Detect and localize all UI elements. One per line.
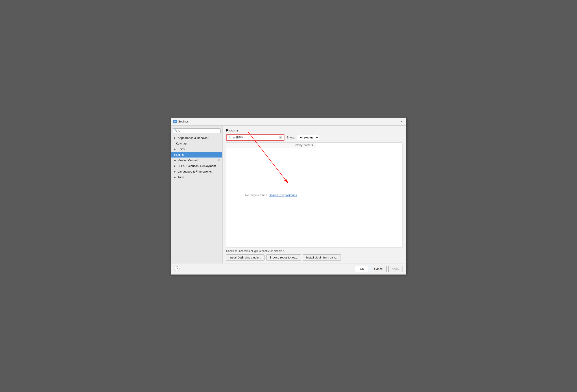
show-label: Show:: [287, 136, 295, 139]
cancel-button[interactable]: Cancel: [371, 266, 387, 272]
sidebar-item-appearance-behavior[interactable]: ▶ Appearance & Behavior: [171, 135, 222, 141]
plugin-search-icon: 🔍: [228, 136, 231, 139]
sort-dropdown-icon[interactable]: ▼: [311, 143, 314, 147]
plugins-list-area: Sort by: name ▼ No plugins found. Search…: [226, 143, 402, 248]
sidebar-item-label: Version Control: [178, 159, 198, 162]
sidebar-item-label: Languages & Frameworks: [178, 170, 212, 173]
sidebar-search-icon: 🔍: [174, 129, 178, 132]
plugins-title: Plugins: [226, 128, 402, 132]
sidebar-item-label: Appearance & Behavior: [178, 136, 208, 140]
main-content: Plugins 🔍 ✕ Show: All plugins Enabled Di…: [222, 126, 406, 263]
sidebar-item-build-execution[interactable]: ▶ Build, Execution, Deployment: [171, 163, 222, 169]
chevron-right-icon: ▶: [174, 176, 176, 178]
sidebar-item-keymap[interactable]: Keymap: [171, 141, 222, 146]
sidebar-item-languages-frameworks[interactable]: ▶ Languages & Frameworks: [171, 169, 222, 174]
sidebar-item-tools[interactable]: ▶ Tools: [171, 174, 222, 180]
chevron-right-icon: ▶: [174, 148, 176, 150]
sidebar-item-label: Keymap: [176, 142, 187, 145]
plugin-search-box[interactable]: 🔍 ✕: [226, 134, 285, 141]
plugin-search-input[interactable]: [232, 136, 273, 139]
ok-button[interactable]: OK: [355, 266, 369, 272]
dialog-title: Settings: [178, 120, 189, 123]
sidebar-item-plugins[interactable]: Plugins: [171, 152, 222, 157]
plugins-list: Sort by: name ▼ No plugins found. Search…: [226, 143, 316, 248]
no-plugins-text: No plugins found.: [245, 193, 268, 197]
close-button[interactable]: ×: [399, 119, 404, 124]
sidebar-item-label: Plugins: [174, 153, 184, 156]
plugin-detail-panel: [316, 143, 402, 248]
sidebar-item-label: Tools: [178, 176, 184, 179]
sort-label: Sort by: name: [294, 143, 311, 147]
chevron-right-icon: ▶: [174, 165, 176, 167]
chevron-right-icon: ▶: [174, 170, 176, 173]
sidebar: 🔍 ▶ Appearance & Behavior Keymap ▶ Edito…: [171, 126, 222, 263]
plugins-footer-note: Check or uncheck a plugin to enable or d…: [226, 249, 402, 253]
title-bar: ⚙ Settings ×: [171, 118, 406, 126]
show-select[interactable]: All plugins Enabled Disabled: [297, 135, 319, 140]
sidebar-item-label: Build, Execution, Deployment: [178, 164, 216, 168]
chevron-right-icon: ▶: [174, 137, 176, 139]
plugin-search-clear-button[interactable]: ✕: [279, 136, 282, 139]
sort-bar: Sort by: name ▼: [226, 143, 316, 148]
install-from-disk-button[interactable]: Install plugin from disk...: [303, 254, 341, 260]
version-control-icon: ⊞: [218, 159, 220, 162]
chevron-right-icon: ▶: [174, 159, 176, 162]
plugins-footer: Check or uncheck a plugin to enable or d…: [226, 249, 402, 260]
apply-button[interactable]: Apply: [388, 266, 402, 272]
sidebar-search-input[interactable]: [178, 129, 219, 132]
help-button[interactable]: ?: [175, 266, 180, 271]
sidebar-item-editor[interactable]: ▶ Editor: [171, 146, 222, 152]
sidebar-item-label: Editor: [178, 147, 185, 151]
sidebar-search-box[interactable]: 🔍: [173, 128, 220, 133]
browse-repositories-button[interactable]: Browse repositories...: [266, 254, 301, 260]
dialog-body: 🔍 ▶ Appearance & Behavior Keymap ▶ Edito…: [171, 126, 406, 263]
install-jetbrains-button[interactable]: Install JetBrains plugin...: [226, 254, 264, 260]
settings-dialog: ⚙ Settings × 🔍 ▶ Appearance & Behavior K…: [171, 118, 406, 275]
settings-icon: ⚙: [173, 120, 177, 123]
dialog-footer: ? OK Cancel Apply: [171, 263, 406, 274]
title-bar-left: ⚙ Settings: [173, 120, 189, 123]
sidebar-item-version-control[interactable]: ▶ Version Control ⊞: [171, 157, 222, 163]
search-in-repositories-link[interactable]: Search in repositories: [269, 193, 297, 197]
no-plugins-message: No plugins found. Search in repositories: [245, 193, 297, 197]
plugins-toolbar: 🔍 ✕ Show: All plugins Enabled Disabled: [226, 134, 402, 141]
plugins-footer-buttons: Install JetBrains plugin... Browse repos…: [226, 254, 402, 260]
